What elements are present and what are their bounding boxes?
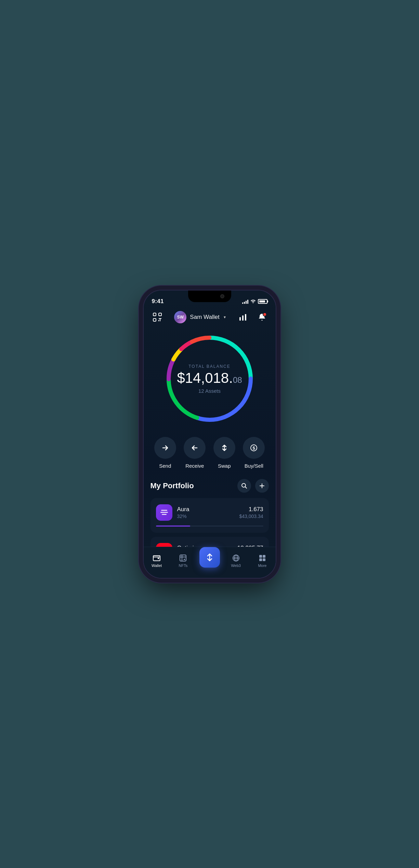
more-icon xyxy=(258,554,266,562)
search-icon xyxy=(241,483,247,489)
assets-count: 12 Assets xyxy=(177,388,242,393)
svg-rect-8 xyxy=(245,314,246,321)
avatar: SW xyxy=(174,311,186,323)
nav-web3-label: Web3 xyxy=(231,563,241,568)
svg-rect-23 xyxy=(180,555,186,561)
chart-icon xyxy=(239,313,247,321)
balance-display: TOTAL BALANCE $14,018.08 12 Assets xyxy=(177,364,242,393)
aura-percent: 32% xyxy=(177,514,189,519)
nav-nfts-label: NFTs xyxy=(179,563,187,568)
balance-chart-area: TOTAL BALANCE $14,018.08 12 Assets xyxy=(144,324,276,430)
receive-icon xyxy=(184,437,206,459)
svg-rect-2 xyxy=(153,319,156,321)
receive-label: Receive xyxy=(185,463,204,469)
send-button[interactable]: Send xyxy=(154,437,176,469)
nav-wallet-label: Wallet xyxy=(152,563,162,568)
buysell-icon: $ xyxy=(243,437,265,459)
portfolio-header: My Portfolio xyxy=(150,479,269,493)
chart-button[interactable] xyxy=(236,310,250,324)
swap-icon xyxy=(213,437,235,459)
center-action-button[interactable] xyxy=(199,547,220,568)
donut-chart: TOTAL BALANCE $14,018.08 12 Assets xyxy=(162,331,258,427)
nav-right-icons xyxy=(236,310,269,324)
swap-label: Swap xyxy=(218,463,231,469)
svg-rect-21 xyxy=(158,558,159,559)
notch xyxy=(188,290,231,302)
aura-progress-bar xyxy=(156,526,263,527)
svg-rect-30 xyxy=(259,558,262,561)
notification-badge xyxy=(263,312,267,316)
portfolio-search-button[interactable] xyxy=(237,479,251,493)
camera-dot xyxy=(220,294,224,298)
svg-text:$: $ xyxy=(253,445,256,451)
wallet-name: Sam Wallet xyxy=(190,314,219,321)
asset-card-aura[interactable]: Aura 32% 1.673 $43,003.34 xyxy=(150,498,269,533)
svg-rect-0 xyxy=(153,313,156,316)
svg-rect-31 xyxy=(263,558,265,561)
wallet-icon xyxy=(153,554,161,562)
scan-button[interactable] xyxy=(150,310,164,324)
action-buttons: Send Receive Swap xyxy=(144,430,276,479)
wifi-icon xyxy=(250,299,256,304)
balance-cents: 08 xyxy=(233,375,242,384)
nav-center[interactable] xyxy=(196,550,223,571)
total-balance-label: TOTAL BALANCE xyxy=(177,364,242,368)
svg-point-24 xyxy=(184,559,185,560)
balance-main: $14,018.08 xyxy=(177,371,242,385)
chevron-down-icon: ▾ xyxy=(224,315,226,320)
status-icons xyxy=(242,299,267,304)
buysell-label: Buy/Sell xyxy=(245,463,263,469)
buysell-button[interactable]: $ Buy/Sell xyxy=(243,437,265,469)
nfts-icon xyxy=(179,554,187,562)
svg-rect-29 xyxy=(263,555,265,558)
nav-nfts[interactable]: NFTs xyxy=(170,554,196,568)
aura-token-icon xyxy=(156,504,172,521)
portfolio-actions xyxy=(237,479,269,493)
signal-icon xyxy=(242,299,248,304)
svg-rect-28 xyxy=(259,555,262,558)
wallet-selector[interactable]: SW Sam Wallet ▾ xyxy=(174,311,225,323)
receive-button[interactable]: Receive xyxy=(184,437,206,469)
svg-rect-1 xyxy=(159,313,161,316)
nav-web3[interactable]: Web3 xyxy=(223,554,249,568)
top-nav: SW Sam Wallet ▾ xyxy=(144,308,276,324)
notifications-button[interactable] xyxy=(255,310,269,324)
scan-icon xyxy=(153,312,162,322)
aura-name: Aura xyxy=(177,506,189,513)
nav-more[interactable]: More xyxy=(249,554,275,568)
aura-amount: 1.673 xyxy=(239,506,263,513)
battery-icon xyxy=(258,299,267,304)
send-label: Send xyxy=(159,463,171,469)
nav-wallet[interactable]: Wallet xyxy=(144,554,170,568)
nav-more-label: More xyxy=(258,563,266,568)
swap-button[interactable]: Swap xyxy=(213,437,235,469)
web3-icon xyxy=(232,554,240,562)
plus-icon xyxy=(259,483,265,489)
status-time: 9:41 xyxy=(152,298,164,305)
aura-value: $43,003.34 xyxy=(239,514,263,519)
portfolio-title: My Portfolio xyxy=(150,481,194,490)
bottom-navigation: Wallet NFTs xyxy=(144,547,276,578)
svg-rect-6 xyxy=(239,317,241,321)
send-icon xyxy=(154,437,176,459)
portfolio-add-button[interactable] xyxy=(255,479,269,493)
svg-rect-7 xyxy=(242,315,244,321)
swap-arrows-icon xyxy=(205,553,214,562)
